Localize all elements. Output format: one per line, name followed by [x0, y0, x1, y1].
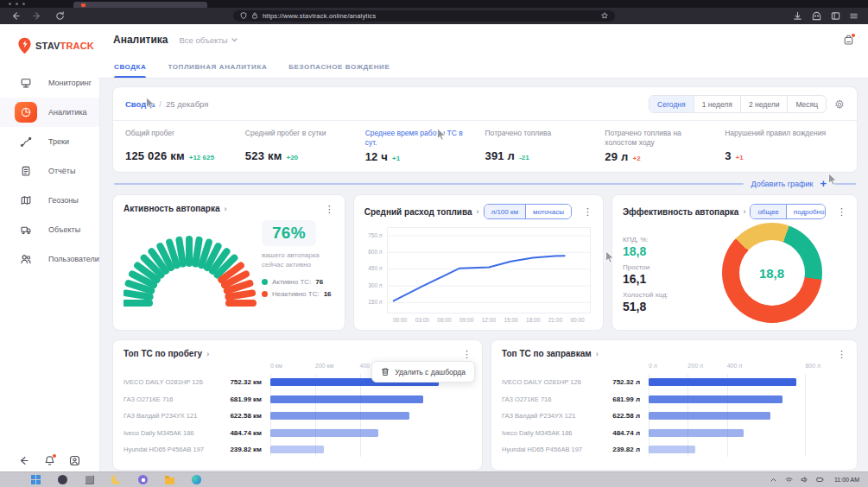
toggle-button[interactable]: общее	[751, 205, 785, 218]
collapse-sidebar-icon[interactable]	[19, 455, 30, 466]
summary-title-link[interactable]: Сводка	[125, 99, 155, 109]
back-icon[interactable]	[10, 9, 20, 21]
y-tick-label: 450 л	[368, 265, 382, 271]
battery-icon[interactable]	[816, 476, 824, 484]
bar[interactable]	[270, 412, 409, 420]
card-title[interactable]: Активность автопарка	[124, 204, 220, 213]
sidebar-item-analytics[interactable]: Аналитика	[0, 98, 99, 127]
start-menu-icon[interactable]	[31, 475, 41, 484]
objects-scope-dropdown[interactable]: Все объекты	[180, 35, 238, 45]
toggle-button[interactable]: моточасы	[525, 205, 571, 218]
stat-value: 3	[725, 149, 731, 162]
axis-tick-label: 0 л	[649, 363, 657, 369]
browser-tab[interactable]	[73, 2, 207, 8]
bar[interactable]	[270, 446, 324, 453]
sidebar-item-reports[interactable]: Отчёты	[0, 156, 99, 186]
lock-icon[interactable]	[251, 12, 258, 19]
sidebar-item-label: Мониторинг	[48, 79, 92, 87]
vehicle-label: IVECO DAILY О281НР 126	[124, 378, 224, 386]
kebab-menu-icon[interactable]: ⋮	[462, 351, 472, 357]
x-tick-label: 00:00	[570, 317, 584, 323]
kebab-menu-icon[interactable]: ⋮	[325, 206, 334, 212]
efficiency-stats: КПД, %:18,8Простои16,1Холостой ход:51,8	[623, 231, 697, 313]
sidebar-item-geozones[interactable]: Геозоны	[0, 186, 99, 215]
kebab-menu-icon[interactable]: ⋮	[583, 208, 592, 215]
toggle-button[interactable]: подробно	[786, 205, 826, 218]
tray-chevron-icon[interactable]	[770, 476, 777, 484]
period-button[interactable]: Сегодня	[649, 96, 694, 112]
add-chart-plus-button[interactable]: +	[820, 180, 827, 188]
period-button[interactable]: 2 недели	[740, 96, 787, 112]
bell-icon[interactable]	[44, 455, 55, 466]
bar[interactable]	[649, 412, 770, 420]
stavtrack-logo[interactable]: STAVTRACK	[0, 24, 99, 68]
chevron-right-icon[interactable]: ›	[596, 350, 599, 358]
tab-summary[interactable]: СВОДКА	[114, 63, 146, 78]
gear-icon[interactable]	[834, 99, 845, 110]
card-title[interactable]: Топ ТС по пробегу	[124, 349, 202, 358]
bar[interactable]	[649, 429, 744, 437]
chevron-right-icon[interactable]: ›	[743, 207, 745, 216]
volume-icon[interactable]	[801, 476, 808, 484]
menu-hamburger-icon[interactable]	[849, 9, 858, 21]
stat-label: Потрачено топлива	[485, 129, 605, 147]
moon-app-icon[interactable]	[111, 475, 121, 484]
add-chart-label[interactable]: Добавить график	[751, 180, 813, 188]
delete-from-dashboard-item[interactable]: Удалить с дашборда	[395, 368, 466, 376]
period-button[interactable]: 1 неделя	[694, 96, 740, 112]
axis-tick-label: 800 л	[805, 363, 820, 369]
stat-value: 29 л	[605, 150, 628, 163]
toggle-button[interactable]: л/100 км	[485, 205, 525, 218]
chevron-right-icon[interactable]: ›	[477, 207, 479, 216]
activity-gauge-chart	[124, 217, 260, 312]
purple-app-icon[interactable]	[138, 475, 148, 484]
card-title[interactable]: Эффективность автопарка	[623, 207, 738, 217]
kebab-menu-icon[interactable]: ⋮	[837, 351, 846, 357]
efficiency-stat-label: КПД, %:	[623, 236, 697, 244]
bar[interactable]	[649, 378, 796, 386]
sidebar-item-users[interactable]: Пользователи	[0, 244, 99, 274]
sidebar-item-objects[interactable]: Объекты	[0, 215, 99, 244]
legend-dot	[262, 279, 268, 285]
bar[interactable]	[270, 429, 378, 437]
card-title[interactable]: Средний расход топлива	[364, 207, 472, 217]
refresh-icon[interactable]	[55, 9, 65, 21]
profile-icon[interactable]	[69, 455, 80, 466]
chevron-right-icon[interactable]: ›	[225, 205, 227, 213]
task-view-icon[interactable]	[85, 475, 94, 484]
wifi-icon[interactable]	[785, 476, 793, 484]
url-bar[interactable]: https://www.stavtrack.online/analytics	[233, 10, 615, 22]
y-tick-label: 750 л	[368, 232, 382, 238]
tab-fuel-analytics[interactable]: ТОПЛИВНАЯ АНАЛИТИКА	[168, 63, 267, 78]
file-explorer-icon[interactable]	[165, 478, 174, 484]
bar-value: 484.74 км	[224, 429, 270, 437]
url-input[interactable]: https://www.stavtrack.online/analytics	[263, 12, 376, 20]
notifications-icon[interactable]	[843, 35, 854, 46]
chevron-right-icon[interactable]: ›	[206, 350, 209, 358]
search-icon[interactable]	[58, 475, 67, 484]
sidebar-item-tracks[interactable]: Треки	[0, 127, 99, 156]
add-chart-row: Добавить график +	[114, 180, 856, 188]
bar[interactable]	[649, 395, 782, 403]
sidebar-panel-icon[interactable]	[831, 9, 840, 21]
extensions-icon[interactable]	[812, 9, 821, 21]
bar[interactable]	[649, 446, 695, 453]
window-controls[interactable]	[9, 3, 25, 5]
download-icon[interactable]	[793, 9, 802, 21]
efficiency-view-toggle: общееподробно	[750, 204, 826, 219]
card-title[interactable]: Топ ТС по заправкам	[502, 349, 592, 358]
forward-icon[interactable]	[33, 9, 42, 21]
bookmark-star-icon[interactable]	[601, 12, 608, 19]
y-tick-label: 600 л	[368, 249, 382, 255]
tab-safe-driving[interactable]: БЕЗОПАСНОЕ ВОЖДЕНИЕ	[288, 63, 390, 78]
stat-label[interactable]: Среднее время работы ТС в сут.	[365, 129, 485, 148]
shield-icon[interactable]	[240, 12, 247, 19]
bar[interactable]	[270, 395, 423, 403]
period-button[interactable]: Месяц	[787, 96, 826, 112]
sidebar-item-monitoring[interactable]: Мониторинг	[0, 68, 99, 98]
sidebar-footer	[0, 455, 99, 466]
bar-row: Iveco Daily М345АК 186484.74 л	[502, 425, 846, 442]
legend-item: Активно ТС:76	[262, 278, 334, 286]
browser-app-icon[interactable]	[192, 475, 201, 484]
kebab-menu-icon[interactable]: ⋮	[837, 208, 846, 215]
